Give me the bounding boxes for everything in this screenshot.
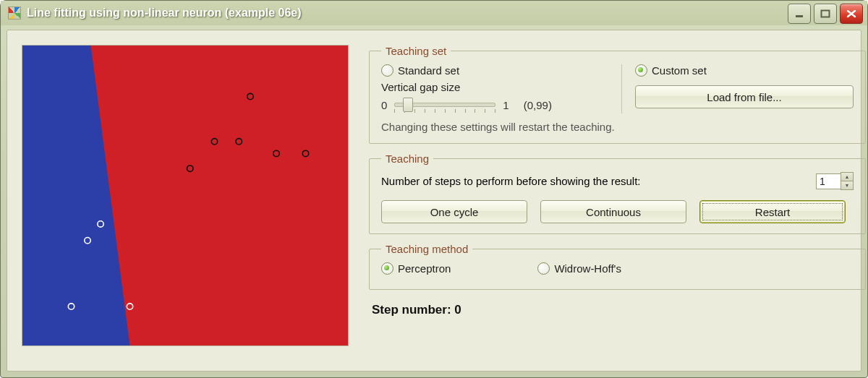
- teaching-set-hint: Changing these settings will restart the…: [381, 121, 854, 133]
- teaching-legend: Teaching: [381, 153, 433, 165]
- chevron-up-icon: ▲: [845, 174, 850, 179]
- app-window: Line fitting using non-linear neuron (ex…: [0, 0, 868, 378]
- steps-down-button[interactable]: ▼: [841, 181, 854, 190]
- data-point: [236, 139, 242, 145]
- slider-thumb[interactable]: [403, 98, 413, 112]
- svg-marker-2: [22, 46, 130, 345]
- slider-value: (0,99): [524, 99, 552, 111]
- restart-label: Restart: [755, 206, 790, 218]
- data-point: [273, 150, 279, 156]
- close-icon: [846, 9, 856, 18]
- maximize-icon: [820, 9, 830, 18]
- vertical-gap-label: Vertical gap size: [381, 81, 613, 93]
- chevron-down-icon: ▼: [845, 183, 850, 188]
- restart-button[interactable]: Restart: [699, 200, 846, 223]
- widrow-radio[interactable]: Widrow-Hoff's: [537, 262, 621, 275]
- data-point: [211, 139, 217, 145]
- minimize-button[interactable]: [788, 4, 811, 24]
- scatter-plot: [22, 46, 348, 345]
- client-area: Teaching set Standard set Vertical gap s…: [7, 30, 861, 371]
- svg-rect-1: [822, 11, 830, 17]
- teaching-method-group: Teaching method Perceptron Widrow-Hoff's: [369, 243, 866, 290]
- load-from-file-label: Load from file...: [707, 91, 781, 103]
- radio-icon: [635, 64, 647, 77]
- perceptron-radio[interactable]: Perceptron: [381, 262, 451, 275]
- radio-icon: [537, 262, 550, 275]
- standard-set-radio[interactable]: Standard set: [381, 64, 613, 77]
- minimize-icon: [794, 9, 804, 18]
- data-point: [127, 304, 132, 309]
- slider-max: 1: [503, 99, 509, 111]
- teaching-set-legend: Teaching set: [381, 45, 451, 57]
- slider-min: 0: [381, 99, 387, 111]
- teaching-set-group: Teaching set Standard set Vertical gap s…: [369, 45, 866, 144]
- vertical-gap-slider[interactable]: [394, 96, 495, 113]
- visualization-panel: [22, 45, 349, 346]
- data-point: [302, 150, 308, 156]
- radio-icon: [381, 262, 393, 275]
- maximize-button[interactable]: [814, 4, 837, 24]
- radio-icon: [381, 64, 393, 77]
- steps-input[interactable]: [816, 173, 841, 189]
- one-cycle-button[interactable]: One cycle: [381, 200, 527, 223]
- svg-rect-0: [796, 15, 803, 17]
- data-point: [247, 93, 253, 99]
- teaching-group: Teaching Number of steps to perform befo…: [369, 153, 866, 234]
- close-button[interactable]: [840, 4, 863, 24]
- app-icon: [8, 7, 21, 20]
- titlebar[interactable]: Line fitting using non-linear neuron (ex…: [1, 1, 867, 25]
- continuous-button[interactable]: Continuous: [540, 200, 686, 223]
- steps-spinner[interactable]: ▲ ▼: [816, 172, 854, 190]
- perceptron-label: Perceptron: [398, 262, 451, 275]
- custom-set-label: Custom set: [652, 64, 707, 77]
- data-point: [187, 166, 193, 171]
- window-title: Line fitting using non-linear neuron (ex…: [27, 7, 302, 20]
- widrow-label: Widrow-Hoff's: [554, 262, 621, 275]
- continuous-label: Continuous: [586, 206, 641, 218]
- custom-set-radio[interactable]: Custom set: [635, 64, 854, 77]
- step-number-status: Step number: 0: [369, 303, 866, 317]
- steps-up-button[interactable]: ▲: [841, 172, 854, 181]
- teaching-method-legend: Teaching method: [381, 243, 472, 255]
- load-from-file-button[interactable]: Load from file...: [635, 85, 854, 108]
- standard-set-label: Standard set: [398, 64, 459, 77]
- one-cycle-label: One cycle: [430, 206, 479, 218]
- steps-label: Number of steps to perform before showin…: [381, 175, 641, 187]
